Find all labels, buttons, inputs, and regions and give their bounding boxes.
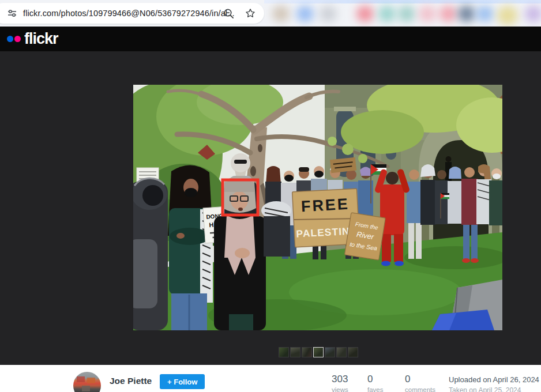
photo-thumbnail-selected[interactable]: [313, 347, 324, 357]
extension-blob: [378, 6, 396, 22]
keffiyeh-shoulder-person: [261, 201, 291, 257]
comments-count: 0: [405, 374, 435, 385]
flickr-logo[interactable]: flickr: [7, 31, 58, 47]
views-label: views: [332, 386, 348, 392]
flickr-header: flickr Explore Prints Get Pro: [0, 27, 541, 51]
photo-info-bar: Joe Piette + Follow 303 views 0 faves 0 …: [0, 365, 541, 392]
site-settings-icon[interactable]: [7, 8, 17, 18]
hooded-person-left: [133, 178, 168, 330]
uploaded-date: Uploaded on April 26, 2024: [449, 375, 539, 384]
photo-thumbnail[interactable]: [302, 347, 312, 357]
faves-stat: 0 faves: [367, 374, 384, 392]
extension-blob: [398, 6, 415, 22]
zoom-out-icon[interactable]: [223, 8, 234, 19]
svg-text:FREE: FREE: [300, 195, 350, 215]
photo-thumbnail[interactable]: [290, 347, 300, 357]
flickr-photo-page: flickr.com/photos/109799466@N06/53679272…: [0, 0, 541, 392]
logo-wordmark: flickr: [24, 31, 58, 47]
extension-blob: [476, 6, 494, 22]
extension-blob: [272, 6, 290, 22]
address-bar[interactable]: flickr.com/photos/109799466@N06/53679272…: [0, 3, 264, 24]
owner-name[interactable]: Joe Piette: [110, 376, 152, 386]
faves-count: 0: [367, 374, 384, 385]
follow-button[interactable]: + Follow: [160, 374, 205, 389]
comments-label: comments: [405, 386, 435, 392]
views-count: 303: [332, 374, 348, 385]
protest-photo-illustration: FREE PALESTINE From the River to the Sea: [133, 85, 502, 330]
browser-toolbar: flickr.com/photos/109799466@N06/53679272…: [0, 0, 541, 27]
logo-blue-dot-icon: [7, 36, 13, 42]
thumbnail-strip: [279, 347, 358, 357]
owner-avatar[interactable]: [73, 372, 101, 392]
photo-thumbnail[interactable]: [348, 347, 358, 357]
comments-stat: 0 comments: [405, 374, 435, 392]
extension-blob: [458, 6, 475, 22]
extension-blob: [320, 6, 337, 22]
river-to-sea-sign: From the River to the Sea: [344, 213, 385, 260]
taken-date: Taken on April 25, 2024: [449, 386, 539, 392]
photo-thumbnail[interactable]: [279, 347, 289, 357]
photo-thumbnail[interactable]: [336, 347, 347, 357]
window-top-strip: [264, 0, 541, 3]
browser-extensions-area[interactable]: [264, 0, 541, 27]
bookmark-star-icon[interactable]: [245, 7, 256, 19]
main-photo[interactable]: FREE PALESTINE From the River to the Sea: [133, 85, 502, 330]
faves-label: faves: [367, 386, 384, 392]
woman-green-hoodie: [168, 165, 213, 330]
solidarity-mini-sign: [330, 157, 356, 173]
date-info: Uploaded on April 26, 2024 Taken on Apri…: [449, 375, 539, 392]
views-stat: 303 views: [332, 374, 348, 392]
extension-blob: [356, 6, 374, 22]
extension-blob: [497, 6, 518, 25]
extension-blob: [525, 6, 541, 22]
photo-stage: FREE PALESTINE From the River to the Sea: [0, 51, 541, 365]
logo-pink-dot-icon: [14, 36, 21, 42]
extension-blob: [439, 6, 457, 22]
extension-blob: [296, 6, 314, 22]
url-text[interactable]: flickr.com/photos/109799466@N06/53679272…: [23, 9, 235, 18]
photo-thumbnail[interactable]: [325, 347, 335, 357]
extension-blob: [419, 6, 436, 22]
